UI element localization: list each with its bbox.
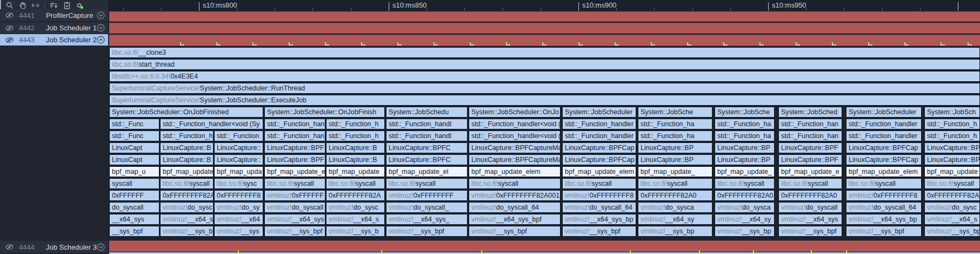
stack-frame[interactable]: System::JobScheduler::OnJo bbox=[469, 107, 561, 118]
stack-frame[interactable]: LinuxCapt bbox=[109, 142, 159, 153]
stack-frame[interactable]: vmlinuz!__sys_bpf bbox=[386, 226, 468, 237]
stack-frame[interactable]: libc.so.6!syscall bbox=[386, 178, 468, 189]
stack-frame[interactable]: vmlinuz!do_syscall_64 bbox=[846, 202, 922, 213]
stack-frame[interactable]: vmlinuz!__sys_bpf bbox=[846, 226, 922, 237]
stack-frame[interactable]: std::_Function_handler bbox=[846, 131, 922, 141]
stack-frame[interactable]: libstdc++.so.6.0.34!0x4E3E4 bbox=[109, 71, 980, 82]
stack-frame[interactable]: vmlinuz!__x64_sys bbox=[778, 214, 842, 225]
stack-frame[interactable]: std::_Func bbox=[109, 131, 159, 141]
stack-frame[interactable]: std::_Function_handl bbox=[386, 131, 468, 141]
zoom-icon[interactable] bbox=[5, 2, 14, 10]
stack-frame[interactable]: std::_Function_ha bbox=[715, 119, 775, 129]
stack-frame[interactable]: vmlinuz!__x64_sy bbox=[715, 214, 775, 225]
stack-frame[interactable]: 0xFFFFFFFF82A bbox=[160, 190, 214, 201]
stack-frame[interactable]: System::JobSched bbox=[778, 107, 842, 118]
stack-frame[interactable]: SuperluminalCaptureService!System::JobSc… bbox=[109, 95, 980, 106]
stack-frame[interactable]: System::JobScheduler bbox=[562, 107, 636, 118]
stack-frame[interactable]: LinuxCapture::BP bbox=[715, 142, 775, 153]
stack-frame[interactable]: LinuxCapture::BP bbox=[638, 142, 712, 153]
stack-frame[interactable]: vmlinuz!do_sysca bbox=[638, 202, 712, 213]
stack-frame[interactable]: LinuxCapture::B bbox=[160, 142, 214, 153]
stack-frame[interactable]: bpf_map_update_el bbox=[386, 166, 468, 177]
clipboard-check-icon[interactable] bbox=[63, 2, 71, 10]
stack-frame[interactable]: vmlinuz!__x64_sy bbox=[638, 214, 712, 225]
stack-frame[interactable]: bpf_map_update_elem bbox=[846, 166, 922, 177]
stack-frame[interactable]: LinuxCapt bbox=[109, 154, 159, 165]
stack-frame[interactable]: vmlinuz!do_sysc bbox=[924, 202, 980, 213]
thread-row-4443[interactable]: 4443 Job Scheduler 2 bbox=[0, 34, 108, 45]
stack-frame[interactable]: LinuxCapture::BPFCap bbox=[846, 142, 922, 153]
stack-frame[interactable]: bpf_map_update bbox=[160, 166, 214, 177]
stack-frame[interactable]: std::_Function_handler<void ( bbox=[469, 131, 561, 141]
chevron-down-icon[interactable] bbox=[97, 243, 105, 251]
stack-frame[interactable]: 0xFFFFFFFF8 bbox=[214, 190, 263, 201]
stack-frame[interactable]: LinuxCapture::BPFCap bbox=[562, 142, 636, 153]
stack-frame[interactable]: std::_Function_han bbox=[778, 119, 842, 129]
stack-frame[interactable]: 0xFFFFFFFF82A0 bbox=[715, 190, 775, 201]
stack-frame[interactable]: bpf_map_update bbox=[924, 166, 980, 177]
stack-frame[interactable]: LinuxCapture::B bbox=[326, 154, 385, 165]
stack-frame[interactable]: vmlinuz!__x64_s bbox=[160, 214, 214, 225]
stack-frame[interactable]: std::_Function_handler bbox=[562, 131, 636, 141]
stack-frame[interactable]: std::_Function_h bbox=[160, 131, 214, 141]
stack-frame[interactable]: 0xFFFFFFFF82A0 bbox=[778, 190, 842, 201]
stack-frame[interactable]: LinuxCapture::BPFCap bbox=[562, 154, 636, 165]
stack-frame[interactable]: LinuxCapture:: bbox=[214, 142, 263, 153]
stack-frame[interactable]: vmlinuz!0xFFFFFFFF bbox=[386, 190, 468, 201]
stack-frame[interactable]: vmlinuz!__x64_sys_bp bbox=[562, 214, 636, 225]
stack-frame[interactable]: std::_Func bbox=[109, 119, 159, 129]
stack-frame[interactable]: libc.so.6!syscall bbox=[715, 178, 775, 189]
stack-frame[interactable]: LinuxCapture::BPFCap bbox=[846, 154, 922, 165]
stack-frame[interactable]: System::JobScheduler::OnJobFinished bbox=[109, 107, 263, 118]
stack-frame[interactable]: vmlinuz!__sys_bp bbox=[924, 226, 980, 237]
stack-frame[interactable]: bpf_map_update bbox=[326, 166, 385, 177]
stack-frame[interactable]: vmlinuz!__sys_bpf bbox=[778, 226, 842, 237]
stack-frame[interactable]: LinuxCapture::B bbox=[160, 154, 214, 165]
chevron-up-icon[interactable] bbox=[97, 36, 105, 44]
stack-frame[interactable]: vmlinuz!0xFFFFFF bbox=[264, 190, 325, 201]
stack-frame[interactable]: vmlinuz!__sys_bpf bbox=[469, 226, 561, 237]
stack-frame[interactable]: vmlinuz!do_syscall_64 bbox=[562, 202, 636, 213]
chevron-down-icon[interactable] bbox=[97, 11, 105, 19]
stack-frame[interactable]: __x64_sys bbox=[109, 214, 159, 225]
thread-row-4444[interactable]: 4444 Job Scheduler 3 bbox=[0, 241, 108, 253]
stack-frame[interactable]: bpf_map_update_elem bbox=[562, 166, 636, 177]
stack-frame[interactable]: vmlinuz!__x64_s bbox=[924, 214, 980, 225]
thread-row-4441[interactable]: 4441 ProfilerCapture bbox=[0, 9, 108, 21]
stack-frame[interactable]: __sys_bpf bbox=[109, 226, 159, 237]
stack-frame[interactable]: std::_Function_han bbox=[778, 131, 842, 141]
stack-frame[interactable]: libc.so.6!syscall bbox=[469, 178, 561, 189]
stack-frame[interactable]: vmlinuz!0xFFFFFFFF8 bbox=[562, 190, 636, 201]
stack-frame[interactable]: System::JobSche bbox=[638, 107, 712, 118]
visibility-eye-slash-icon[interactable] bbox=[5, 11, 14, 19]
stack-frame[interactable]: vmlinuz!do_syscall bbox=[264, 202, 325, 213]
stack-frame[interactable]: LinuxCapture::BP bbox=[715, 154, 775, 165]
visibility-eye-slash-icon[interactable] bbox=[5, 24, 14, 32]
stack-frame[interactable]: libc.so.6!syscall bbox=[778, 178, 842, 189]
stack-frame[interactable]: bpf_map_update_ bbox=[638, 166, 712, 177]
stack-frame[interactable]: System::JobScheduler::OnJobFinish bbox=[264, 107, 385, 118]
stack-frame[interactable]: System::JobSch bbox=[924, 107, 980, 118]
stack-frame[interactable]: 0xFFFFFF bbox=[109, 190, 159, 201]
stack-frame[interactable]: std::_Function_handl bbox=[386, 119, 468, 129]
stack-frame[interactable]: vmlinuz!do_sy bbox=[214, 202, 263, 213]
stack-frame[interactable]: LinuxCapture::BPFC bbox=[386, 154, 468, 165]
stack-frame[interactable]: libc.so.6!syscall bbox=[562, 178, 636, 189]
stack-frame[interactable]: vmlinuz!do_syscall_64 bbox=[469, 202, 561, 213]
stack-frame[interactable]: vmlinuz!__x64 bbox=[214, 214, 263, 225]
stack-frame[interactable]: std::_Function_handler bbox=[846, 119, 922, 129]
stack-frame[interactable]: System::JobScheduler bbox=[846, 107, 922, 118]
stack-frame[interactable]: LinuxCapture::BPFCaptureMa bbox=[469, 154, 561, 165]
stack-frame[interactable]: vmlinuz!__sys_b bbox=[160, 226, 214, 237]
stack-frame[interactable]: std::_Function_handler<void (Sy bbox=[160, 119, 263, 129]
thread-activity-bar[interactable] bbox=[109, 23, 980, 34]
stack-frame[interactable]: do_syscall bbox=[109, 202, 159, 213]
stack-frame[interactable]: vmlinuz!__x64_s bbox=[326, 214, 385, 225]
stack-frame[interactable]: libc.so.6!start_thread bbox=[109, 59, 980, 70]
gear-add-icon[interactable] bbox=[76, 2, 84, 10]
stack-frame[interactable]: vmlinuz!0xFFFFFFFF8 bbox=[846, 190, 922, 201]
stack-frame[interactable]: LinuxCapture::BP bbox=[638, 154, 712, 165]
stack-frame[interactable]: System::JobSchedu bbox=[386, 107, 468, 118]
stack-frame[interactable]: bpf_map_update_el bbox=[264, 166, 325, 177]
stack-frame[interactable]: libc.so.6!__clone3 bbox=[109, 47, 980, 58]
